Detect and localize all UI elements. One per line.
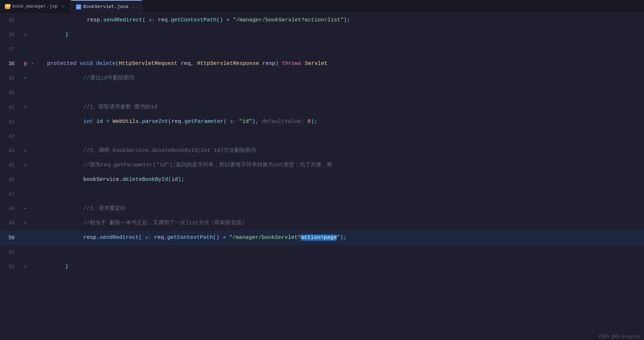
gutter-43 <box>22 129 29 144</box>
gutter-36: ▼ <box>22 28 29 42</box>
tab-java[interactable]: ☕ BookServlet.java ✕ <box>71 0 142 13</box>
code-text-50: resp.sendRedirect( s: req.getContextPath… <box>29 231 347 245</box>
gutter-35 <box>22 13 29 28</box>
code-line-48: 48 ▼ //3、请求重定向 <box>0 202 644 216</box>
line-num-42: 42 <box>0 115 22 129</box>
tab-java-close[interactable]: ✕ <box>131 4 137 10</box>
gutter-48: ▼ <box>22 202 29 216</box>
line-num-47: 47 <box>0 187 22 202</box>
line-num-44: 44 <box>0 144 22 158</box>
tab-java-icon: ☕ <box>76 4 81 9</box>
code-text-48: //3、请求重定向 <box>29 202 126 216</box>
code-line-39: 39 ▼ //通过id号删除图书 <box>0 71 644 86</box>
code-text-42: int id = WebUtils.parseInt(req.getParame… <box>29 115 317 129</box>
code-line-46: 46 bookService.deleteBookById(id); <box>0 173 644 187</box>
gutter-47 <box>22 187 29 202</box>
line-num-49: 49 <box>0 216 22 231</box>
code-line-49: 49 ▼ //相当于 删除一本书之后，又调用了一次list方法（即刷新页面） <box>0 216 644 231</box>
code-text-45: //因为req.getParameter("id");返回的是字符串，所以要将字… <box>29 158 332 173</box>
gutter-52: ▼ <box>22 260 29 274</box>
line-num-41: 41 <box>0 100 22 115</box>
line-num-52: 52 <box>0 260 22 274</box>
code-line-38: 38 @ ▼ protected void delete(HttpServlet… <box>0 57 644 71</box>
code-text-49: //相当于 删除一本书之后，又调用了一次list方法（即刷新页面） <box>29 216 247 231</box>
status-text: CSDN @KK-Greyson <box>599 334 640 339</box>
gutter-49: ▼ <box>22 216 29 231</box>
gutter-38-fold[interactable]: ▼ <box>29 57 36 71</box>
line-num-38: 38 <box>0 57 22 71</box>
gutter-45: ▼ <box>22 158 29 173</box>
code-text-36: } <box>29 28 68 42</box>
editor-content: 35 resp.sendRedirect( s: req.getContextP… <box>0 13 644 340</box>
line-num-37: 37 <box>0 42 22 57</box>
code-text-47 <box>29 187 31 202</box>
code-text-43 <box>29 129 31 144</box>
code-text-52: } <box>29 260 68 274</box>
gutter-44: ▼ <box>22 144 29 158</box>
code-line-44: 44 ▼ //2、调用 bookService.deleteBookById(i… <box>0 144 644 158</box>
tab-jsp[interactable]: JSP book_manager.jsp ✕ <box>0 0 71 13</box>
code-line-35: 35 resp.sendRedirect( s: req.getContextP… <box>0 13 644 28</box>
gutter-38-at: @ <box>22 57 29 71</box>
line-num-48: 48 <box>0 202 22 216</box>
code-line-47: 47 <box>0 187 644 202</box>
tab-jsp-icon: JSP <box>5 4 10 9</box>
gutter-39: ▼ <box>22 71 29 86</box>
gutter-40 <box>22 86 29 100</box>
code-text-46: bookService.deleteBookById(id); <box>29 173 184 187</box>
code-text-40 <box>29 86 31 100</box>
gutter-37 <box>22 42 29 57</box>
code-text-41: //1、获取请求参数 图书的id <box>29 100 157 115</box>
code-line-40: 40 <box>0 86 644 100</box>
line-num-45: 45 <box>0 158 22 173</box>
code-line-36: 36 ▼ } <box>0 28 644 42</box>
line-num-43: 43 <box>0 129 22 144</box>
code-text-39: //通过id号删除图书 <box>29 71 134 86</box>
status-bar: CSDN @KK-Greyson <box>595 333 644 340</box>
code-line-42: 42 int id = WebUtils.parseInt(req.getPar… <box>0 115 644 129</box>
line-num-46: 46 <box>0 173 22 187</box>
line-num-39: 39 <box>0 71 22 86</box>
editor-area: 35 resp.sendRedirect( s: req.getContextP… <box>0 13 644 340</box>
tab-jsp-close[interactable]: ✕ <box>60 4 66 9</box>
code-line-52: 52 ▼ } <box>0 260 644 274</box>
line-num-36: 36 <box>0 28 22 42</box>
code-line-37: 37 <box>0 42 644 57</box>
tab-jsp-label: book_manager.jsp <box>12 4 58 9</box>
code-text-51 <box>29 245 31 260</box>
gutter-50 <box>22 231 29 245</box>
code-text-44: //2、调用 bookService.deleteBookById(int id… <box>29 144 256 158</box>
line-num-51: 51 <box>0 245 22 260</box>
tab-java-label: BookServlet.java <box>83 4 129 9</box>
line-num-35: 35 <box>0 13 22 28</box>
gutter-42 <box>22 115 29 129</box>
gutter-46 <box>22 173 29 187</box>
gutter-51 <box>22 245 29 260</box>
code-line-43: 43 <box>0 129 644 144</box>
line-num-50: 50 <box>0 231 22 245</box>
code-line-41: 41 ▼ //1、获取请求参数 图书的id <box>0 100 644 115</box>
code-text-38: protected void delete(HttpServletRequest… <box>36 57 327 71</box>
code-line-45: 45 ▼ //因为req.getParameter("id");返回的是字符串，… <box>0 158 644 173</box>
code-text-37 <box>29 42 31 57</box>
code-text-35: resp.sendRedirect( s: req.getContextPath… <box>29 13 350 28</box>
code-line-50: 50 resp.sendRedirect( s: req.getContextP… <box>0 231 644 245</box>
line-num-40: 40 <box>0 86 22 100</box>
code-line-51: 51 <box>0 245 644 260</box>
gutter-41: ▼ <box>22 100 29 115</box>
tab-bar: JSP book_manager.jsp ✕ ☕ BookServlet.jav… <box>0 0 644 13</box>
